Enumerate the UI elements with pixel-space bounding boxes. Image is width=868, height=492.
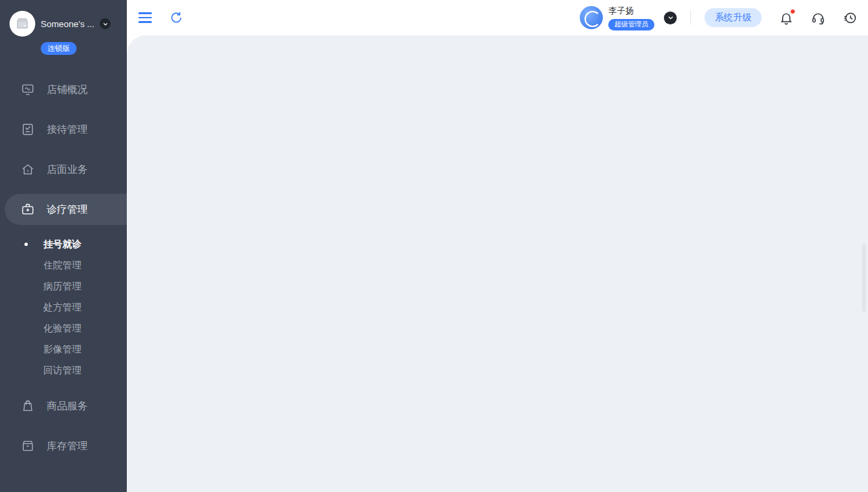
- content-background: [127, 35, 868, 492]
- clinic-name: Someone's ...: [41, 19, 94, 29]
- system-upgrade-button[interactable]: 系统升级: [705, 8, 762, 27]
- submenu-item-prescription-mgmt[interactable]: 处方管理: [0, 297, 127, 318]
- sidebar-item-reception[interactable]: 接待管理: [0, 114, 127, 145]
- treatment-submenu: 挂号就诊 住院管理 病历管理 处方管理 化验管理 影像管理 回访管理: [0, 234, 127, 381]
- active-dot: [24, 243, 28, 246]
- user-role-badge: 超级管理员: [608, 19, 654, 30]
- sidebar-item-inventory-mgmt[interactable]: 库存管理: [0, 430, 127, 462]
- clinic-header: Someone's ... 连锁版: [0, 0, 127, 62]
- menu-collapse-icon[interactable]: [138, 9, 152, 26]
- sidebar-item-treatment-mgmt[interactable]: 诊疗管理: [5, 194, 127, 225]
- clipboard-icon: [20, 122, 35, 137]
- user-name: 李子扬: [608, 5, 634, 17]
- sidebar-item-shop-overview[interactable]: 店铺概况: [0, 74, 127, 105]
- sidebar-item-label: 库存管理: [47, 440, 87, 453]
- home-icon: [20, 162, 35, 177]
- medkit-icon: [20, 202, 35, 217]
- sidebar-item-label: 诊疗管理: [47, 203, 87, 216]
- submenu-item-record-mgmt[interactable]: 病历管理: [0, 276, 127, 297]
- user-avatar[interactable]: [580, 6, 603, 29]
- package-box-icon: [15, 16, 30, 31]
- sidebar-item-label: 店铺概况: [47, 83, 87, 96]
- sidebar-item-store-business[interactable]: 店面业务: [0, 154, 127, 185]
- topbar: 李子扬 超级管理员 系统升级: [125, 0, 868, 35]
- submenu-item-lab-mgmt[interactable]: 化验管理: [0, 318, 127, 339]
- submenu-item-registration-visit[interactable]: 挂号就诊: [0, 234, 127, 255]
- notification-bell-icon[interactable]: [779, 11, 793, 25]
- sidebar-item-label: 店面业务: [47, 163, 87, 176]
- user-menu-chevron-icon[interactable]: [664, 12, 677, 24]
- inventory-box-icon: [20, 438, 35, 453]
- sidebar-item-goods-services[interactable]: 商品服务: [0, 390, 127, 422]
- history-clock-icon[interactable]: [843, 11, 857, 25]
- refresh-icon[interactable]: [170, 11, 183, 24]
- sidebar: Someone's ... 连锁版 店铺概况 接待管理 店面业务 诊疗管理 挂号…: [0, 0, 127, 492]
- chain-version-badge: 连锁版: [41, 42, 77, 55]
- notification-dot: [791, 9, 795, 14]
- submenu-item-inpatient-mgmt[interactable]: 住院管理: [0, 255, 127, 276]
- monitor-icon: [20, 82, 35, 97]
- submenu-item-imaging-mgmt[interactable]: 影像管理: [0, 339, 127, 360]
- shopping-bag-icon: [20, 398, 35, 413]
- submenu-item-followup-mgmt[interactable]: 回访管理: [0, 360, 127, 381]
- clinic-avatar[interactable]: [9, 11, 35, 37]
- support-headset-icon[interactable]: [811, 11, 825, 25]
- sidebar-menu: 店铺概况 接待管理 店面业务 诊疗管理 挂号就诊 住院管理 病历管理 处方管理 …: [0, 74, 127, 462]
- sidebar-item-label: 商品服务: [47, 400, 87, 413]
- vertical-scrollbar-thumb[interactable]: [862, 244, 866, 312]
- divider: [690, 10, 691, 25]
- sidebar-item-label: 接待管理: [47, 123, 87, 136]
- clinic-switch-chevron-icon[interactable]: [100, 18, 111, 29]
